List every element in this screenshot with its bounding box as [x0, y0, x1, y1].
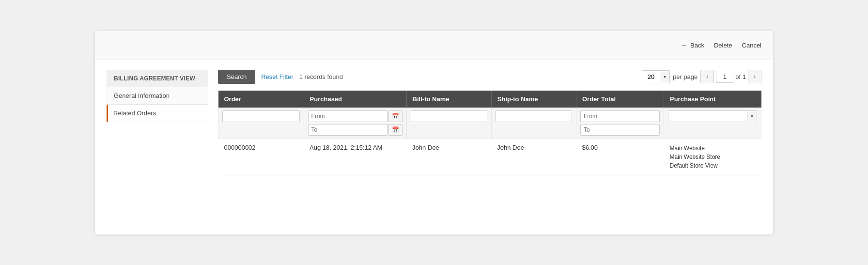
per-page-select[interactable]: ▾: [642, 70, 670, 83]
main-card: ← Back Delete Cancel BILLING AGREEMENT V…: [95, 31, 773, 234]
data-table: Order Purchased Bill-to Name Ship-to Nam…: [218, 91, 761, 175]
toolbar: Search Reset Filter 1 records found ▾ pe…: [218, 70, 761, 84]
purchased-from-input[interactable]: [308, 110, 388, 122]
filter-row: 📅 📅: [218, 108, 761, 139]
cell-ship-to-name: John Doe: [491, 139, 576, 175]
order-total-from-input[interactable]: [580, 110, 660, 122]
purchased-to-calendar-icon[interactable]: 📅: [388, 124, 403, 136]
delete-button[interactable]: Delete: [714, 42, 732, 49]
filter-ship-to-name: [491, 108, 576, 139]
purchased-from-calendar-icon[interactable]: 📅: [388, 110, 403, 122]
cell-order: 000000002: [218, 139, 304, 175]
pagination-next-button[interactable]: ›: [748, 70, 761, 83]
pagination-nav: ‹ of 1 ›: [700, 70, 761, 83]
page-input-wrap: of 1: [716, 71, 746, 83]
filter-ship-to-name-input[interactable]: [496, 110, 572, 122]
filter-purchase-point: ▾: [664, 108, 761, 139]
cell-order-total: $6.00: [576, 139, 664, 175]
purchase-point-value: Main Website Main Website Store Default …: [669, 144, 755, 170]
filter-purchased: 📅 📅: [304, 108, 406, 139]
records-found: 1 records found: [299, 73, 343, 80]
per-page-dropdown-icon[interactable]: ▾: [660, 72, 669, 82]
table-header-row: Order Purchased Bill-to Name Ship-to Nam…: [218, 91, 761, 108]
purchased-to-input[interactable]: [308, 124, 388, 136]
cancel-button[interactable]: Cancel: [742, 42, 761, 49]
cell-purchase-point: Main Website Main Website Store Default …: [664, 139, 761, 175]
filter-order-input[interactable]: [222, 110, 300, 122]
main-layout: BILLING AGREEMENT VIEW General Informati…: [95, 60, 773, 187]
back-label: Back: [690, 42, 704, 49]
pagination-right: ▾ per page ‹ of 1 ›: [642, 70, 761, 83]
back-arrow-icon: ←: [681, 41, 688, 49]
purchase-point-dropdown-icon[interactable]: ▾: [747, 111, 757, 121]
per-page-input[interactable]: [642, 71, 660, 83]
filter-bill-to-name-input[interactable]: [411, 110, 487, 122]
col-bill-to-name: Bill-to Name: [406, 91, 491, 108]
header-bar: ← Back Delete Cancel: [95, 31, 773, 60]
page-input[interactable]: [716, 71, 733, 83]
col-purchase-point: Purchase Point: [664, 91, 761, 108]
col-order: Order: [218, 91, 304, 108]
sidebar: BILLING AGREEMENT VIEW General Informati…: [107, 70, 208, 175]
col-order-total: Order Total: [576, 91, 664, 108]
content-area: Search Reset Filter 1 records found ▾ pe…: [218, 70, 761, 175]
sidebar-title: BILLING AGREEMENT VIEW: [107, 70, 208, 87]
order-total-to-wrap: [580, 124, 660, 136]
sidebar-item-related-orders[interactable]: Related Orders: [107, 105, 208, 122]
col-purchased: Purchased: [304, 91, 406, 108]
filter-bill-to-name: [406, 108, 491, 139]
reset-filter-button[interactable]: Reset Filter: [261, 73, 293, 80]
purchase-point-filter-input[interactable]: [668, 111, 747, 122]
purchase-point-filter-wrap[interactable]: ▾: [668, 110, 757, 122]
per-page-label: per page: [673, 73, 698, 80]
purchased-from-wrap: 📅: [308, 110, 403, 122]
sidebar-item-general-information[interactable]: General Information: [107, 87, 208, 105]
table-row: 000000002 Aug 18, 2021, 2:15:12 AM John …: [218, 139, 761, 175]
purchased-date-filter: 📅 📅: [308, 110, 403, 136]
search-button[interactable]: Search: [218, 70, 255, 84]
col-ship-to-name: Ship-to Name: [491, 91, 576, 108]
cell-bill-to-name: John Doe: [406, 139, 491, 175]
back-button[interactable]: ← Back: [681, 41, 704, 49]
order-total-to-input[interactable]: [580, 124, 660, 136]
cell-purchased: Aug 18, 2021, 2:15:12 AM: [304, 139, 406, 175]
filter-order: [218, 108, 304, 139]
order-total-filter: [580, 110, 660, 136]
header-actions: ← Back Delete Cancel: [681, 41, 761, 49]
pagination-prev-button[interactable]: ‹: [700, 70, 714, 83]
purchased-to-wrap: 📅: [308, 124, 403, 136]
page-total: of 1: [735, 73, 746, 80]
order-total-from-wrap: [580, 110, 660, 122]
filter-order-total: [576, 108, 664, 139]
